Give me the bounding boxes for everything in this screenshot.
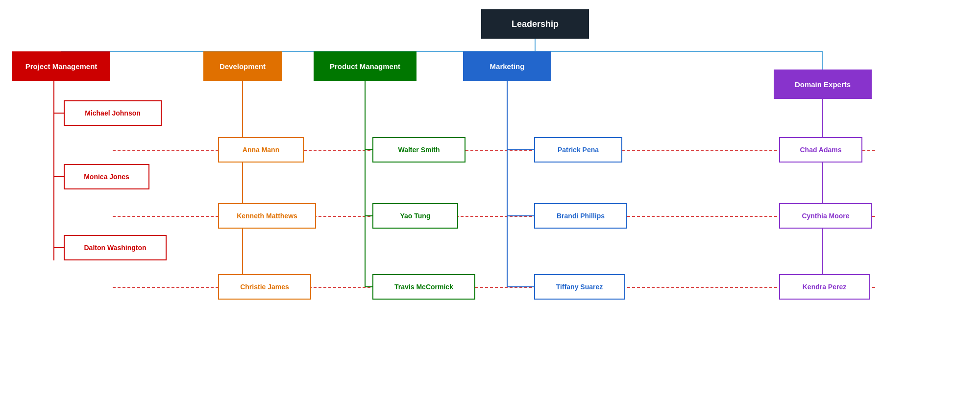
- leadership-node: Leadership: [481, 9, 589, 39]
- org-chart: Leadership Project Management Developmen…: [0, 0, 980, 396]
- person-tiffany-suarez: Tiffany Suarez: [534, 274, 625, 300]
- dept-pm: Project Management: [12, 51, 110, 81]
- person-dalton-washington: Dalton Washington: [64, 235, 167, 260]
- person-travis-mccormick: Travis McCormick: [372, 274, 475, 300]
- person-kenneth-matthews: Kenneth Matthews: [218, 203, 316, 229]
- dept-dev: Development: [203, 51, 282, 81]
- person-cynthia-moore: Cynthia Moore: [779, 203, 872, 229]
- person-patrick-pena: Patrick Pena: [534, 137, 622, 163]
- dept-prod: Product Managment: [314, 51, 416, 81]
- person-yao-tung: Yao Tung: [372, 203, 458, 229]
- person-kendra-perez: Kendra Perez: [779, 274, 870, 300]
- person-monica-jones: Monica Jones: [64, 164, 149, 189]
- person-brandi-phillips: Brandi Phillips: [534, 203, 627, 229]
- dept-mkt: Marketing: [463, 51, 551, 81]
- person-walter-smith: Walter Smith: [372, 137, 466, 163]
- dept-de: Domain Experts: [774, 70, 872, 99]
- person-christie-james: Christie James: [218, 274, 311, 300]
- person-chad-adams: Chad Adams: [779, 137, 862, 163]
- person-michael-johnson: Michael Johnson: [64, 100, 162, 126]
- person-anna-mann: Anna Mann: [218, 137, 304, 163]
